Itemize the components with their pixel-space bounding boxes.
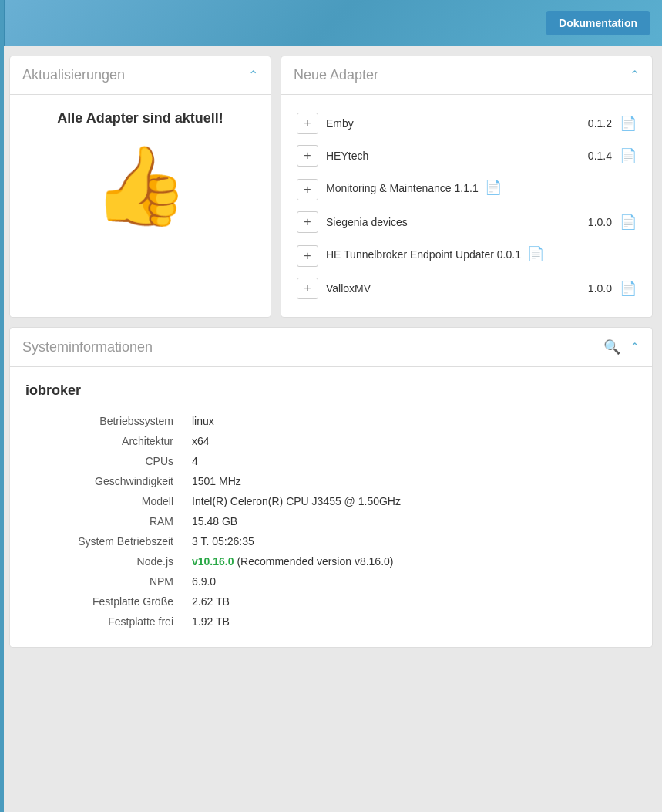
system-collapse-icon[interactable]: ⌃ <box>630 340 640 355</box>
table-row: Festplatte frei 1.92 TB <box>25 612 637 632</box>
add-adapter-heytech-button[interactable]: + <box>297 145 318 167</box>
field-value-festplatte-groesse: 2.62 TB <box>180 591 637 612</box>
table-row: Festplatte Größe 2.62 TB <box>25 591 637 612</box>
field-value-cpus: 4 <box>180 451 637 471</box>
system-info-table: Betriebssystem linux Architektur x64 CPU… <box>25 411 637 632</box>
field-value-nodejs: v10.16.0 (Recommended version v8.16.0) <box>180 551 637 571</box>
field-value-npm: 6.9.0 <box>180 571 637 591</box>
adapter-monitoring-name: Monitoring & Maintenance <box>326 182 452 194</box>
updates-panel-title: Aktualisierungen <box>22 67 125 83</box>
field-label-cpus: CPUs <box>25 451 180 471</box>
adapter-valloxmv-version: 1.0.0 <box>588 282 612 295</box>
adapter-valloxmv-name: ValloxMV <box>326 282 580 295</box>
adapter-emby-name: Emby <box>326 117 580 130</box>
top-bar: Dokumentation <box>0 0 662 46</box>
table-row: Modell Intel(R) Celeron(R) CPU J3455 @ 1… <box>25 491 637 511</box>
system-panel-title: Systeminformationen <box>22 339 153 355</box>
add-adapter-emby-button[interactable]: + <box>297 113 318 134</box>
field-label-betriebszeit: System Betriebszeit <box>25 531 180 551</box>
updates-collapse-icon[interactable]: ⌃ <box>248 68 258 83</box>
system-search-icon[interactable]: 🔍 <box>603 339 620 355</box>
all-up-to-date-message: Alle Adapter sind aktuell! <box>57 110 223 126</box>
system-panel: Systeminformationen 🔍 ⌃ iobroker Betrieb… <box>9 327 653 648</box>
adapter-siegenia-name: Siegenia devices <box>326 216 580 228</box>
table-row: RAM 15.48 GB <box>25 511 637 531</box>
field-label-architektur: Architektur <box>25 431 180 451</box>
left-accent-bar <box>0 0 4 657</box>
field-label-nodejs: Node.js <box>25 551 180 571</box>
field-label-festplatte-frei: Festplatte frei <box>25 612 180 632</box>
nodejs-recommended: (Recommended version v8.16.0) <box>237 555 393 568</box>
new-adapters-panel-header: Neue Adapter ⌃ <box>281 56 652 95</box>
adapter-siegenia-version: 1.0.0 <box>588 216 612 228</box>
documentation-button[interactable]: Dokumentation <box>546 11 650 35</box>
system-header-icons: 🔍 ⌃ <box>603 339 640 355</box>
list-item: + Emby 0.1.2 📄 <box>297 107 637 140</box>
new-adapters-panel-title: Neue Adapter <box>294 67 378 83</box>
top-row: Aktualisierungen ⌃ Alle Adapter sind akt… <box>9 56 653 318</box>
adapter-monitoring-version: 1.1.1 <box>455 182 479 194</box>
field-label-festplatte-groesse: Festplatte Größe <box>25 591 180 612</box>
table-row: Architektur x64 <box>25 431 637 451</box>
new-adapters-collapse-icon[interactable]: ⌃ <box>630 68 640 83</box>
field-label-npm: NPM <box>25 571 180 591</box>
adapter-monitoring-doc-icon[interactable]: 📄 <box>485 177 502 198</box>
system-panel-header: Systeminformationen 🔍 ⌃ <box>10 328 652 367</box>
system-body: iobroker Betriebssystem linux Architektu… <box>10 367 652 647</box>
list-item: + HEYtech 0.1.4 📄 <box>297 140 637 172</box>
adapter-monitoring-text: Monitoring & Maintenance 1.1.1 📄 <box>326 177 637 198</box>
field-value-geschwindigkeit: 1501 MHz <box>180 471 637 491</box>
list-item: + Siegenia devices 1.0.0 📄 <box>297 206 637 238</box>
adapter-heytech-name: HEYtech <box>326 150 580 162</box>
main-content: Aktualisierungen ⌃ Alle Adapter sind akt… <box>0 46 662 657</box>
updates-panel-header: Aktualisierungen ⌃ <box>10 56 271 95</box>
adapter-tunnelbroker-name: HE Tunnelbroker Endpoint Updater <box>326 248 494 261</box>
updates-body: Alle Adapter sind aktuell! 👍 <box>10 95 271 247</box>
field-label-geschwindigkeit: Geschwindigkeit <box>25 471 180 491</box>
adapter-emby-version: 0.1.2 <box>588 117 612 130</box>
new-adapters-panel: Neue Adapter ⌃ + Emby 0.1.2 📄 + HEYtech … <box>281 56 653 318</box>
field-value-ram: 15.48 GB <box>180 511 637 531</box>
updates-panel: Aktualisierungen ⌃ Alle Adapter sind akt… <box>9 56 271 318</box>
table-row: System Betriebszeit 3 T. 05:26:35 <box>25 531 637 551</box>
add-adapter-valloxmv-button[interactable]: + <box>297 278 318 299</box>
add-adapter-monitoring-button[interactable]: + <box>297 179 318 200</box>
adapter-tunnelbroker-text: HE Tunnelbroker Endpoint Updater 0.0.1 📄 <box>326 244 637 264</box>
field-label-betriebssystem: Betriebssystem <box>25 411 180 431</box>
add-adapter-tunnelbroker-button[interactable]: + <box>297 245 318 267</box>
adapter-tunnelbroker-doc-icon[interactable]: 📄 <box>527 244 544 264</box>
adapter-siegenia-doc-icon[interactable]: 📄 <box>620 214 637 231</box>
table-row: Geschwindigkeit 1501 MHz <box>25 471 637 491</box>
add-adapter-siegenia-button[interactable]: + <box>297 211 318 233</box>
adapter-tunnelbroker-version: 0.0.1 <box>497 248 521 261</box>
adapter-heytech-version: 0.1.4 <box>588 150 612 162</box>
table-row: NPM 6.9.0 <box>25 571 637 591</box>
adapter-heytech-doc-icon[interactable]: 📄 <box>620 147 637 164</box>
table-row: Node.js v10.16.0 (Recommended version v8… <box>25 551 637 571</box>
field-value-modell: Intel(R) Celeron(R) CPU J3455 @ 1.50GHz <box>180 491 637 511</box>
thumbs-up-icon: 👍 <box>92 147 189 224</box>
nodejs-version-highlight: v10.16.0 <box>192 555 234 568</box>
adapter-valloxmv-doc-icon[interactable]: 📄 <box>620 280 637 297</box>
field-value-architektur: x64 <box>180 431 637 451</box>
adapter-list: + Emby 0.1.2 📄 + HEYtech 0.1.4 📄 + Monit… <box>281 95 652 317</box>
field-value-betriebszeit: 3 T. 05:26:35 <box>180 531 637 551</box>
adapter-emby-doc-icon[interactable]: 📄 <box>620 115 637 132</box>
system-section-title: iobroker <box>25 382 637 399</box>
table-row: CPUs 4 <box>25 451 637 471</box>
field-label-ram: RAM <box>25 511 180 531</box>
field-value-festplatte-frei: 1.92 TB <box>180 612 637 632</box>
field-label-modell: Modell <box>25 491 180 511</box>
table-row: Betriebssystem linux <box>25 411 637 431</box>
field-value-betriebssystem: linux <box>180 411 637 431</box>
list-item: + HE Tunnelbroker Endpoint Updater 0.0.1… <box>297 238 637 272</box>
list-item: + ValloxMV 1.0.0 📄 <box>297 272 637 305</box>
list-item: + Monitoring & Maintenance 1.1.1 📄 <box>297 172 637 206</box>
